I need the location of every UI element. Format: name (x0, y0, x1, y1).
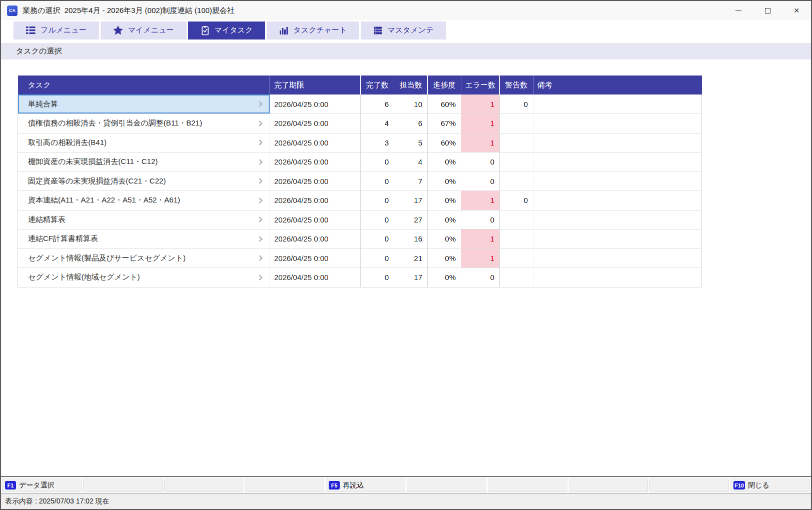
fn-button-f1[interactable]: F1データ選択 (2, 478, 82, 492)
deadline-cell: 2026/04/25 0:00 (270, 191, 361, 210)
assigned-count-cell: 6 (394, 114, 428, 134)
fn-key-badge: F5 (329, 481, 340, 490)
task-cell[interactable]: 取引高の相殺消去(B41) (18, 133, 270, 152)
table-row: 資本連結(A11・A21・A22・A51・A52・A61)2026/04/25 … (18, 191, 702, 210)
fn-button-label: 閉じる (748, 481, 769, 490)
task-cell[interactable]: 資本連結(A11・A21・A22・A51・A52・A61) (18, 191, 270, 210)
table-header-row: タスク完了期限完了数担当数進捗度エラー数警告数備考 (18, 76, 702, 94)
progress-cell: 60% (428, 133, 461, 152)
fn-button-empty (649, 478, 729, 492)
chevron-right-icon (257, 159, 262, 164)
note-cell (533, 248, 702, 268)
error-count-cell: 1 (461, 230, 500, 249)
column-header-4: 進捗度 (428, 76, 461, 94)
progress-cell: 60% (428, 94, 461, 114)
table-row: セグメント情報(地域セグメント)2026/04/25 0:000170%0 (18, 268, 702, 288)
progress-cell: 0% (428, 152, 461, 172)
error-count-cell: 1 (461, 133, 500, 152)
task-label: 資本連結(A11・A21・A22・A51・A52・A61) (28, 196, 180, 205)
task-label: 固定資産等の未実現損益消去(C21・C22) (28, 176, 166, 186)
task-label: セグメント情報(製品及びサービスセグメント) (28, 254, 186, 263)
column-header-3: 担当数 (394, 76, 428, 94)
task-cell[interactable]: 固定資産等の未実現損益消去(C21・C22) (18, 172, 270, 191)
error-count-cell: 1 (461, 114, 500, 134)
fn-button-empty (245, 478, 324, 492)
maximize-button[interactable] (753, 1, 782, 20)
list-menu-icon (26, 26, 36, 34)
tab-label: マイタスク (215, 26, 253, 35)
task-label: 棚卸資産の未実現損益消去(C11・C12) (28, 157, 158, 166)
app-window: CA 業務の選択 2025年4月 - 2026年3月 (002)制度連結 (10… (0, 0, 812, 510)
progress-cell: 0% (428, 268, 461, 288)
tab-2-マイタスク[interactable]: マイタスク (188, 22, 266, 40)
error-count-cell: 1 (461, 248, 500, 268)
warning-count-cell (500, 172, 533, 191)
table-row: 取引高の相殺消去(B41)2026/04/25 0:003560%1 (18, 133, 702, 152)
assigned-count-cell: 17 (394, 268, 428, 288)
star-icon (113, 26, 123, 35)
warning-count-cell (500, 248, 533, 268)
note-cell (533, 152, 702, 172)
deadline-cell: 2026/04/25 0:00 (270, 172, 361, 191)
maximize-icon (765, 8, 770, 14)
page-title: タスクの選択 (1, 43, 811, 60)
deadline-cell: 2026/04/25 0:00 (270, 230, 361, 249)
done-count-cell: 0 (361, 230, 394, 249)
tab-label: マイメニュー (128, 26, 174, 35)
tab-label: フルメニュー (41, 26, 87, 35)
warning-count-cell (500, 133, 533, 152)
fn-button-label: データ選択 (19, 481, 55, 490)
fn-button-f10[interactable]: F10閉じる (730, 478, 810, 492)
chevron-right-icon (257, 274, 262, 280)
task-cell[interactable]: 連結CF計算書精算表 (18, 230, 270, 249)
task-cell[interactable]: セグメント情報(製品及びサービスセグメント) (18, 248, 270, 268)
minimize-button[interactable] (724, 1, 753, 20)
fn-key-badge: F1 (5, 481, 16, 490)
tab-1-マイメニュー[interactable]: マイメニュー (101, 22, 187, 40)
table-body: 単純合算2026/04/25 0:0061060%10債権債務の相殺消去・貸倒引… (18, 94, 702, 287)
tab-3-タスクチャート[interactable]: タスクチャート (267, 22, 359, 40)
note-cell (533, 114, 702, 134)
assigned-count-cell: 5 (394, 133, 428, 152)
deadline-cell: 2026/04/25 0:00 (270, 133, 361, 152)
error-count-cell: 0 (461, 268, 500, 288)
fn-button-f5[interactable]: F5再読込 (326, 478, 405, 492)
done-count-cell: 0 (361, 210, 394, 230)
table-row: 単純合算2026/04/25 0:0061060%10 (18, 94, 702, 114)
status-text: 表示内容 : 2025/07/03 17:02 現在 (5, 497, 110, 506)
task-cell[interactable]: 棚卸資産の未実現損益消去(C11・C12) (18, 152, 270, 172)
fn-button-label: 再読込 (343, 481, 364, 490)
column-header-0: タスク (18, 76, 270, 94)
task-cell[interactable]: セグメント情報(地域セグメント) (18, 268, 270, 288)
done-count-cell: 4 (361, 114, 394, 134)
fn-button-empty (488, 478, 567, 492)
deadline-cell: 2026/04/25 0:00 (270, 114, 361, 134)
chevron-right-icon (257, 198, 262, 203)
window-controls: ✕ (724, 1, 811, 20)
fn-button-empty (164, 478, 244, 492)
tab-4-マスタメンテ[interactable]: マスタメンテ (361, 22, 446, 40)
task-cell[interactable]: 単純合算 (18, 94, 270, 114)
tab-label: マスタメンテ (387, 26, 433, 35)
deadline-cell: 2026/04/25 0:00 (270, 94, 361, 114)
warning-count-cell (500, 268, 533, 288)
assigned-count-cell: 4 (394, 152, 428, 172)
done-count-cell: 3 (361, 133, 394, 152)
close-button[interactable]: ✕ (782, 1, 811, 20)
note-cell (533, 230, 702, 249)
tab-0-フルメニュー[interactable]: フルメニュー (14, 22, 99, 40)
task-cell[interactable]: 連結精算表 (18, 210, 270, 230)
task-cell[interactable]: 債権債務の相殺消去・貸倒引当金の調整(B11・B21) (18, 114, 270, 134)
progress-cell: 0% (428, 191, 461, 210)
task-label: 取引高の相殺消去(B41) (28, 138, 107, 148)
minimize-icon (735, 10, 741, 11)
progress-cell: 0% (428, 172, 461, 191)
assigned-count-cell: 27 (394, 210, 428, 230)
note-cell (533, 172, 702, 191)
status-bar: 表示内容 : 2025/07/03 17:02 現在 (1, 494, 811, 509)
warning-count-cell: 0 (500, 94, 533, 114)
tab-label: タスクチャート (293, 26, 347, 35)
error-count-cell: 0 (461, 172, 500, 191)
chevron-right-icon (257, 236, 262, 242)
table-row: 連結精算表2026/04/25 0:000270%0 (18, 210, 702, 230)
